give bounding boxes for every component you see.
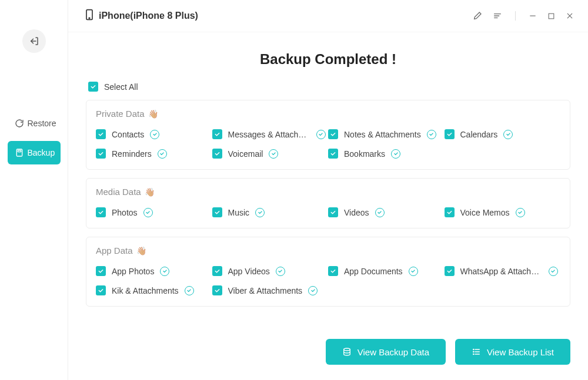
item-label: Messages & Attachme... bbox=[228, 130, 310, 139]
device-label: iPhone(iPhone 8 Plus) bbox=[85, 9, 198, 23]
data-item[interactable]: Voice Memos bbox=[445, 203, 561, 222]
view-backup-data-button[interactable]: View Backup Data bbox=[326, 339, 446, 365]
item-label: App Documents bbox=[344, 267, 403, 276]
select-all-checkbox[interactable] bbox=[88, 82, 98, 92]
data-item[interactable]: Videos bbox=[328, 203, 445, 222]
section-title: App Data👋 bbox=[96, 246, 560, 255]
item-checkbox[interactable] bbox=[328, 149, 338, 159]
data-item[interactable]: App Documents bbox=[328, 261, 445, 281]
done-icon bbox=[503, 130, 513, 139]
item-checkbox[interactable] bbox=[328, 129, 338, 139]
item-checkbox[interactable] bbox=[328, 207, 338, 217]
sidebar-item-label: Backup bbox=[28, 148, 55, 157]
minimize-icon[interactable] bbox=[529, 12, 537, 20]
device-name: iPhone(iPhone 8 Plus) bbox=[99, 11, 198, 21]
done-icon bbox=[276, 267, 285, 276]
wave-icon: 👋 bbox=[136, 246, 146, 255]
done-icon bbox=[409, 267, 418, 276]
item-grid: App PhotosApp VideosApp DocumentsWhatsAp… bbox=[96, 261, 560, 300]
item-grid: PhotosMusicVideosVoice Memos bbox=[96, 203, 560, 222]
item-label: Reminders bbox=[112, 149, 152, 159]
titlebar: iPhone(iPhone 8 Plus) bbox=[68, 0, 588, 32]
section-card: Media Data👋PhotosMusicVideosVoice Memos bbox=[86, 178, 570, 228]
stack-icon bbox=[342, 347, 352, 357]
data-item[interactable]: Reminders bbox=[96, 144, 212, 163]
data-item[interactable]: Messages & Attachme... bbox=[212, 125, 329, 144]
button-label: View Backup Data bbox=[358, 347, 429, 357]
maximize-icon[interactable] bbox=[547, 12, 555, 20]
item-label: Photos bbox=[112, 208, 138, 217]
item-checkbox[interactable] bbox=[96, 285, 106, 295]
sidebar-item-label: Restore bbox=[28, 119, 56, 128]
svg-point-15 bbox=[473, 349, 474, 349]
footer: View Backup Data View Backup List bbox=[326, 339, 570, 365]
back-button[interactable] bbox=[22, 29, 46, 53]
data-item[interactable]: App Videos bbox=[212, 261, 329, 281]
item-checkbox[interactable] bbox=[212, 285, 222, 295]
item-checkbox[interactable] bbox=[96, 149, 106, 159]
content: Backup Completed ! Select All Private Da… bbox=[68, 32, 588, 380]
svg-point-17 bbox=[473, 354, 474, 354]
data-item[interactable]: Contacts bbox=[96, 125, 212, 144]
item-label: Contacts bbox=[112, 130, 144, 139]
button-label: View Backup List bbox=[487, 347, 554, 357]
item-checkbox[interactable] bbox=[96, 266, 106, 276]
item-label: WhatsApp & Attachme... bbox=[460, 267, 543, 276]
item-label: Music bbox=[228, 208, 250, 217]
data-item[interactable]: Music bbox=[212, 203, 329, 222]
section-card: App Data👋App PhotosApp VideosApp Documen… bbox=[86, 237, 570, 307]
item-checkbox[interactable] bbox=[212, 266, 222, 276]
data-item[interactable]: Photos bbox=[96, 203, 212, 222]
item-label: Bookmarks bbox=[344, 149, 385, 159]
item-checkbox[interactable] bbox=[328, 266, 338, 276]
item-label: Voice Memos bbox=[460, 208, 510, 217]
sidebar-item-restore[interactable]: Restore bbox=[8, 112, 61, 135]
done-icon bbox=[316, 130, 326, 139]
item-label: Calendars bbox=[460, 130, 498, 139]
data-item[interactable]: Bookmarks bbox=[328, 144, 445, 163]
item-label: Viber & Attachments bbox=[228, 286, 303, 295]
page-title: Backup Completed ! bbox=[86, 51, 570, 68]
phone-icon bbox=[85, 9, 94, 23]
item-label: Notes & Attachments bbox=[344, 130, 421, 139]
done-icon bbox=[391, 149, 400, 159]
item-label: Voicemail bbox=[228, 149, 263, 159]
restore-icon bbox=[15, 118, 24, 129]
menu-icon[interactable] bbox=[493, 11, 502, 21]
done-icon bbox=[308, 286, 318, 295]
data-item[interactable]: App Photos bbox=[96, 261, 212, 281]
data-item[interactable]: Viber & Attachments bbox=[212, 281, 329, 300]
view-backup-list-button[interactable]: View Backup List bbox=[455, 339, 570, 365]
data-item[interactable]: Voicemail bbox=[212, 144, 329, 163]
data-item[interactable]: Notes & Attachments bbox=[328, 125, 445, 144]
item-checkbox[interactable] bbox=[445, 207, 455, 217]
main: iPhone(iPhone 8 Plus) bbox=[68, 0, 588, 380]
item-checkbox[interactable] bbox=[445, 266, 455, 276]
done-icon bbox=[427, 130, 436, 139]
data-item[interactable]: Kik & Attachments bbox=[96, 281, 212, 300]
list-icon bbox=[472, 347, 481, 357]
window-controls bbox=[473, 11, 574, 21]
item-checkbox[interactable] bbox=[96, 129, 106, 139]
svg-point-16 bbox=[473, 351, 474, 352]
select-all-row[interactable]: Select All bbox=[86, 82, 570, 92]
done-icon bbox=[160, 267, 169, 276]
item-label: App Photos bbox=[112, 267, 154, 276]
sidebar-item-backup[interactable]: Backup bbox=[8, 141, 61, 164]
section-title: Private Data👋 bbox=[96, 109, 560, 119]
close-icon[interactable] bbox=[566, 12, 574, 20]
done-icon bbox=[143, 208, 153, 217]
data-item[interactable]: Calendars bbox=[445, 125, 561, 144]
item-checkbox[interactable] bbox=[445, 129, 455, 139]
done-icon bbox=[158, 149, 167, 159]
item-checkbox[interactable] bbox=[96, 207, 106, 217]
sections-container: Private Data👋ContactsMessages & Attachme… bbox=[86, 100, 570, 307]
item-checkbox[interactable] bbox=[212, 129, 222, 139]
edit-icon[interactable] bbox=[473, 11, 482, 21]
item-checkbox[interactable] bbox=[212, 207, 222, 217]
item-checkbox[interactable] bbox=[212, 149, 222, 159]
data-item[interactable]: WhatsApp & Attachme... bbox=[445, 261, 561, 281]
item-label: Videos bbox=[344, 208, 369, 217]
item-label: Kik & Attachments bbox=[112, 286, 179, 295]
done-icon bbox=[185, 286, 194, 295]
